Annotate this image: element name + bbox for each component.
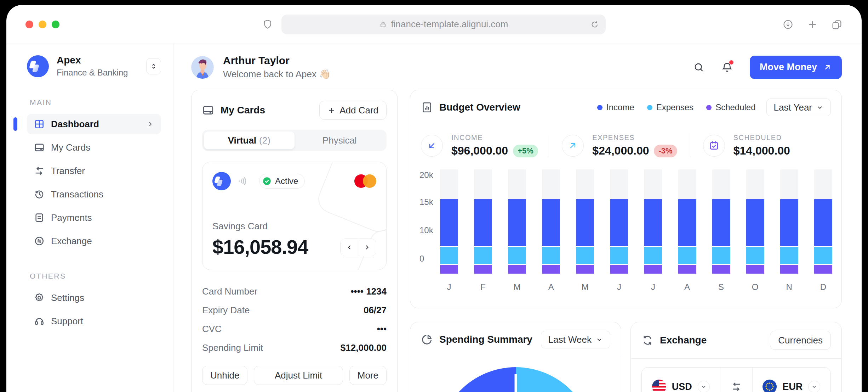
exchange-title: Exchange [660, 335, 707, 346]
y-tick-label: 0 [419, 254, 424, 264]
user-name: Arthur Taylor [223, 55, 331, 67]
budget-range-select[interactable]: Last Year [766, 99, 831, 116]
eu-flag-icon [763, 380, 777, 392]
to-currency-code: EUR [782, 381, 803, 392]
segment-scheduled [678, 265, 696, 274]
exchange-panel: Exchange Currencies [630, 322, 842, 392]
address-bar[interactable]: finance-template.alignui.com [281, 15, 606, 34]
tab-overview-icon[interactable] [831, 19, 843, 30]
card-name: Savings Card [212, 221, 376, 232]
next-card-button[interactable] [358, 239, 376, 256]
prev-card-button[interactable] [341, 239, 358, 256]
new-tab-icon[interactable] [807, 19, 818, 30]
workspace-switcher[interactable]: Apex Finance & Banking [27, 55, 161, 78]
sidebar-item-transfer[interactable]: Transfer [27, 161, 161, 181]
to-currency-select[interactable]: EUR [753, 368, 831, 392]
bank-card[interactable]: Active Savings Card $16,058.94 [202, 162, 387, 270]
detail-label: Expiry Date [202, 305, 250, 316]
search-icon[interactable] [693, 62, 704, 73]
move-money-button[interactable]: Move Money [750, 56, 842, 79]
segment-expenses [814, 247, 832, 264]
x-tick-label: S [712, 282, 730, 292]
detail-value: ••• [377, 324, 387, 335]
swap-currencies-icon[interactable] [720, 368, 753, 392]
stat-income: INCOME $96,000.00+5% [421, 134, 549, 157]
budget-bar-chart: 20k15k10k0 JFMAMJJASOND [410, 164, 841, 292]
arrow-up-right-icon [823, 63, 832, 72]
page-header: Arthur Taylor Welcome back to Apex 👋🏻 Mo [191, 55, 842, 80]
chevron-down-icon [808, 381, 820, 392]
zoom-window-button[interactable] [52, 21, 59, 28]
card-detail-row: Spending Limit $12,000.00 [202, 338, 387, 357]
tab-physical[interactable]: Physical [295, 131, 385, 149]
segment-income [746, 199, 764, 246]
sidebar-item-support[interactable]: Support [27, 311, 161, 331]
segment-scheduled [712, 265, 730, 274]
notifications-bell-icon[interactable] [721, 62, 733, 73]
detail-value: •••• 1234 [351, 286, 387, 297]
reload-icon[interactable] [590, 20, 599, 29]
card-actions: UnhideAdjust LimitMore [202, 366, 387, 385]
y-tick-label: 15k [419, 197, 433, 207]
avatar[interactable] [191, 56, 214, 79]
detail-value: 06/27 [364, 305, 387, 316]
contactless-icon [236, 174, 250, 188]
currency-pair-row: USD [641, 367, 831, 392]
minimize-window-button[interactable] [39, 21, 46, 28]
sidebar-item-label: Settings [51, 292, 84, 303]
sidebar-item-payments[interactable]: Payments [27, 207, 161, 228]
segment-expenses [508, 247, 526, 264]
stat-badge: -3% [654, 145, 677, 157]
sidebar-item-my-cards[interactable]: My Cards [27, 137, 161, 158]
sidebar: Apex Finance & Banking MAIN Dashboard My… [6, 44, 173, 392]
stat-label: SCHEDULED [733, 134, 790, 142]
segment-income [712, 199, 730, 246]
privacy-shield-icon[interactable] [262, 18, 273, 30]
add-card-button[interactable]: Add Card [319, 101, 387, 120]
segment-expenses [610, 247, 628, 264]
currencies-button[interactable]: Currencies [770, 331, 831, 350]
spending-summary-panel: Spending Summary Last Week [410, 322, 621, 392]
segment-scheduled [576, 265, 594, 274]
card-detail-row: Card Number •••• 1234 [202, 282, 387, 301]
close-window-button[interactable] [25, 21, 33, 28]
segment-scheduled [746, 265, 764, 274]
from-currency-select[interactable]: USD [642, 368, 720, 392]
plus-icon [327, 106, 336, 114]
welcome-text: Welcome back to Apex 👋🏻 [223, 69, 331, 80]
stat-label: EXPENSES [592, 134, 677, 142]
segment-scheduled [644, 265, 662, 274]
detail-label: Spending Limit [202, 342, 263, 353]
settings-icon [34, 292, 45, 303]
notification-dot [729, 60, 733, 65]
x-tick-label: A [542, 282, 560, 292]
bar-M-4 [576, 169, 594, 274]
segment-scheduled [780, 265, 798, 274]
main-content: Arthur Taylor Welcome back to Apex 👋🏻 Mo [173, 44, 862, 392]
stat-amount: $24,000.00 [592, 144, 649, 157]
sidebar-item-transactions[interactable]: Transactions [27, 184, 161, 205]
more-button[interactable]: More [349, 366, 387, 385]
spending-title: Spending Summary [439, 334, 532, 345]
segment-scheduled [610, 265, 628, 274]
segment-expenses [474, 247, 492, 264]
workspace-switch-button[interactable] [146, 58, 161, 74]
sidebar-item-settings[interactable]: Settings [27, 287, 161, 308]
x-tick-label: D [814, 282, 832, 292]
card-type-tabs: Virtual (2)Physical [202, 130, 387, 151]
sidebar-item-dashboard[interactable]: Dashboard [27, 114, 161, 134]
url-text: finance-template.alignui.com [391, 19, 508, 30]
spending-range-select[interactable]: Last Week [541, 331, 610, 348]
adjust-limit-button[interactable]: Adjust Limit [254, 366, 343, 385]
segment-expenses [576, 247, 594, 264]
pie [438, 367, 594, 392]
downloads-icon[interactable] [782, 19, 794, 30]
bar-N-10 [780, 169, 798, 274]
tab-virtual[interactable]: Virtual (2) [204, 131, 295, 149]
bar-J-6 [644, 169, 662, 274]
chevron-right-icon [147, 121, 154, 128]
dashboard-icon [34, 119, 45, 129]
bar-J-5 [610, 169, 628, 274]
sidebar-item-exchange[interactable]: Exchange [27, 231, 161, 251]
unhide-button[interactable]: Unhide [202, 366, 247, 385]
